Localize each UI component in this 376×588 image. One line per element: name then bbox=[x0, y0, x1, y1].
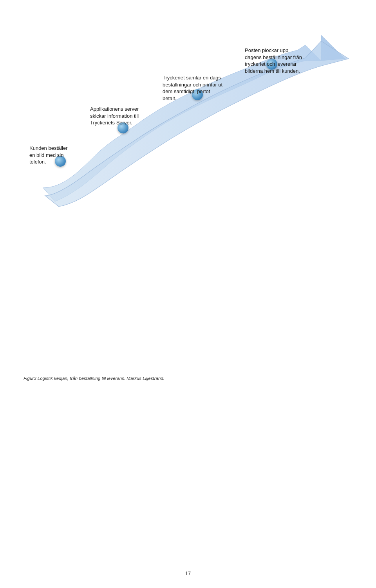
diagram-container: Kunden beställer en bild med sin telefon… bbox=[24, 23, 360, 211]
step4-label: Posten plockar upp dagens beställningar … bbox=[245, 47, 306, 74]
page-number: 17 bbox=[185, 570, 191, 576]
step1-label: Kunden beställer en bild med sin telefon… bbox=[29, 145, 72, 165]
step2-label: Applikationens server skickar informatio… bbox=[90, 106, 147, 126]
figure-caption: Figur3 Logistik kedjan, från beställning… bbox=[24, 376, 164, 381]
arrow-svg bbox=[24, 23, 360, 211]
page-content: Kunden beställer en bild med sin telefon… bbox=[0, 0, 376, 588]
step3-label: Tryckeriet samlar en dags beställningar … bbox=[163, 74, 223, 102]
